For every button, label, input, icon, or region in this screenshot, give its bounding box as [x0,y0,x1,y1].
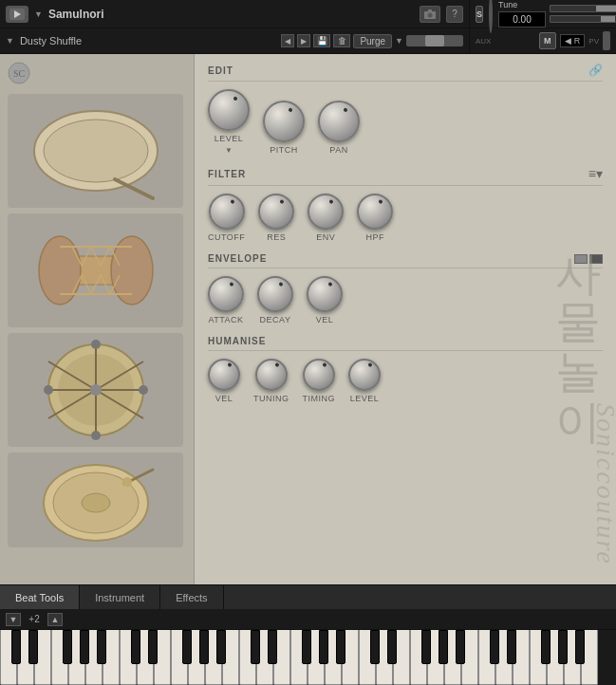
res-knob[interactable] [258,194,294,230]
instrument-slot-1[interactable] [8,94,183,208]
preset-expand-icon: ▼ [6,36,14,46]
black-key[interactable] [439,630,448,664]
hpf-knob[interactable] [357,194,393,230]
volume-fader[interactable] [406,35,463,46]
help-button[interactable]: ? [446,6,463,23]
black-key[interactable] [97,630,106,664]
hum-vel-label: VEL [215,394,233,403]
black-key[interactable] [251,630,260,664]
envelope-knob-row: ATTACK DECAY VEL [208,276,603,324]
black-key[interactable] [370,630,380,664]
decay-knob-container: DECAY [257,276,293,324]
attack-knob-container: ATTACK [208,276,244,324]
tab-beat-tools[interactable]: Beat Tools [0,585,80,609]
black-key[interactable] [421,630,431,664]
humanise-knob-row: VEL TUNING TIMING LEVEL [208,359,603,403]
hum-level-label: LEVEL [350,394,380,403]
cutoff-knob[interactable] [209,194,245,230]
edit-divider [208,81,603,82]
hum-timing-knob[interactable] [303,359,335,391]
expand-arrow-icon: ▼ [34,9,43,19]
level-knob-container: LEVEL ▼ [208,89,250,155]
decay-knob[interactable] [257,276,293,312]
tune-slider-2[interactable] [550,15,616,23]
filter-section: FILTER ≡▾ CUTOFF RES ENV [208,166,603,246]
hum-level-knob[interactable] [348,359,381,391]
black-key[interactable] [28,630,38,664]
black-key[interactable] [336,630,345,664]
pitch-knob[interactable] [263,101,305,142]
level-arrow-icon: ▼ [225,146,233,155]
black-key[interactable] [268,630,277,664]
pan-knob[interactable] [318,101,360,142]
envelope-section: ENVELOPE ATTACK DECAY [208,253,603,328]
black-key[interactable] [182,630,192,664]
nav-right-button[interactable]: ▶ [297,34,310,47]
header-right-bottom: AUX M ◀ R PV [470,28,616,53]
res-knob-container: RES [258,194,294,242]
hum-vel-knob[interactable] [208,359,240,391]
solo-button[interactable]: S [476,6,483,23]
piano-keys[interactable] [0,630,616,685]
tab-instrument[interactable]: Instrument [80,585,160,609]
instrument-slot-4[interactable] [8,453,183,547]
env-knob-container: ENV [308,194,344,242]
octave-down-button[interactable]: ▼ [6,613,21,626]
header-scrollbar[interactable] [603,31,610,50]
black-key[interactable] [11,630,21,664]
piano-controls: ▼ +2 ▲ [0,609,616,630]
env-filter-knob[interactable] [308,194,344,230]
trash-icon: 🗑 [338,36,346,46]
black-key[interactable] [131,630,140,664]
instrument-slot-2[interactable] [8,213,183,327]
black-key[interactable] [80,630,89,664]
black-key[interactable] [148,630,158,664]
floppy-icon: 💾 [317,36,327,46]
black-key[interactable] [199,630,209,664]
solo-icon: S [476,9,482,19]
instrument-slot-3[interactable] [8,333,183,447]
svg-point-30 [122,477,132,487]
black-key[interactable] [319,630,328,664]
camera-button[interactable] [420,6,440,23]
hum-tuning-knob-container: TUNING [253,359,289,403]
level-knob[interactable] [208,89,250,131]
env-toggle-btn-2[interactable] [589,254,603,264]
vel-env-knob[interactable] [307,276,343,312]
res-label: RES [267,232,286,242]
black-key[interactable] [63,630,72,664]
tune-slider-thumb-1 [596,6,616,11]
black-key[interactable] [302,630,311,664]
black-key[interactable] [558,630,568,664]
black-key[interactable] [387,630,397,664]
tab-effects[interactable]: Effects [160,585,223,609]
pv-label: PV [588,37,599,46]
delete-preset-button[interactable]: 🗑 [333,34,350,47]
filter-menu-icon[interactable]: ≡▾ [588,166,603,181]
svg-point-22 [44,385,53,395]
octave-display: +2 [25,614,44,624]
black-key[interactable] [575,630,585,664]
hum-tuning-knob[interactable] [255,359,288,391]
midi-button[interactable]: M [539,32,556,49]
hum-timing-knob-container: TIMING [303,359,336,403]
tab-instrument-label: Instrument [95,592,144,603]
env-toggle-btn-1[interactable] [574,254,588,264]
black-key[interactable] [490,630,499,664]
nav-left-button[interactable]: ◀ [281,34,294,47]
nav-left-icon: ◀ [285,37,290,46]
black-key[interactable] [456,630,465,664]
save-preset-button[interactable]: 💾 [313,34,330,47]
svg-point-28 [82,493,110,512]
envelope-divider [208,268,603,268]
purge-button[interactable]: Purge [353,34,392,48]
black-key[interactable] [507,630,516,664]
octave-up-button[interactable]: ▲ [47,613,63,626]
tune-slider-1[interactable] [550,5,616,12]
black-key[interactable] [541,630,551,664]
envelope-toggle[interactable] [574,254,603,264]
edit-link-icon[interactable]: 🔗 [588,64,603,77]
attack-knob[interactable] [208,276,244,312]
black-key[interactable] [216,630,226,664]
nav-right-icon: ▶ [301,37,307,46]
